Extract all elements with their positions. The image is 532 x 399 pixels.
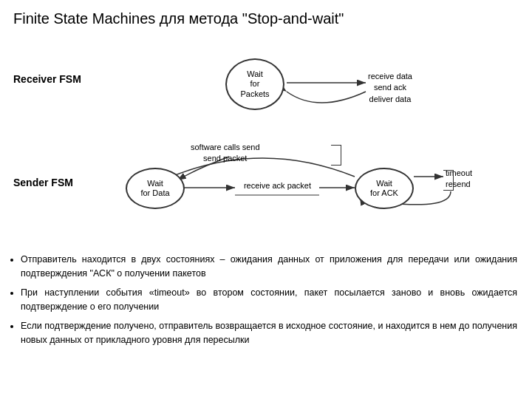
software-bracket [331, 145, 341, 166]
bullet-list: Отправитель находится в двух состояниях … [0, 247, 532, 358]
bullet-item-3: Если подтверждение получено, отправитель… [21, 319, 517, 348]
receive-ack-annotation: receive ack packet [235, 180, 320, 191]
state-wait-for-ack: Wait for ACK [355, 168, 414, 209]
software-calls-annotation: software calls send send packet [191, 142, 260, 165]
state-wait-for-packets: Wait for Packets [225, 58, 284, 110]
state-wait-for-data: Wait for Data [126, 168, 185, 209]
receive-data-annotation: receive data send ack deliver data [368, 71, 412, 105]
bullet-item-1: Отправитель находится в двух состояниях … [21, 253, 517, 282]
diagram-area: Receiver FSM Wait for Packets receive da… [0, 33, 532, 247]
sender-fsm-label: Sender FSM [13, 177, 73, 188]
timeout-bracket [443, 170, 454, 191]
bullet-item-2: При наступлении события «timeout» во вто… [21, 286, 517, 315]
page-title: Finite State Machines для метода "Stop-a… [0, 0, 532, 33]
receiver-fsm-label: Receiver FSM [13, 73, 81, 85]
